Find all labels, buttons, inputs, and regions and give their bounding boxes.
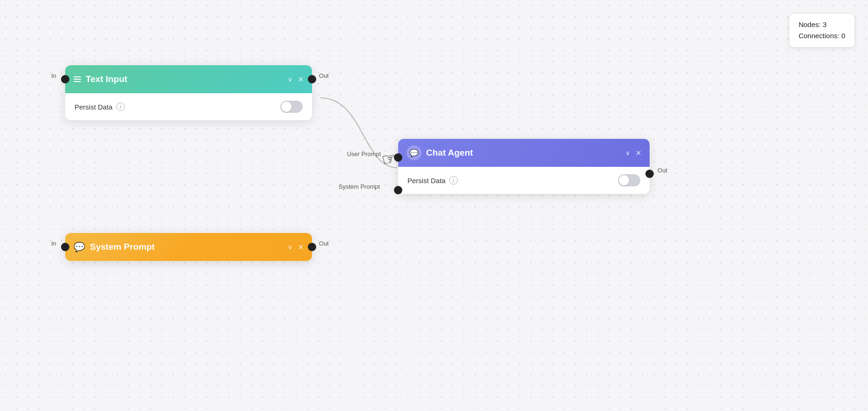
chat-agent-body: Persist Data i: [398, 167, 650, 194]
chat-agent-header: 💬 Chat Agent ∨ ×: [398, 139, 650, 167]
chat-agent-header-actions: ∨ ×: [625, 148, 641, 158]
system-prompt-header-actions: ∨ ×: [288, 242, 304, 252]
system-prompt-header: 💬 System Prompt ∨ ×: [65, 233, 312, 261]
text-input-out-label: Out: [319, 72, 329, 79]
system-prompt-in-connector[interactable]: [61, 243, 69, 251]
text-input-persist-toggle[interactable]: [280, 101, 303, 113]
nodes-stat: Nodes: 3: [799, 19, 845, 30]
chat-agent-system-prompt-connector[interactable]: [394, 186, 402, 194]
system-prompt-chat-icon: 💬: [74, 241, 85, 253]
chat-agent-persist-label: Persist Data i: [407, 176, 458, 185]
chat-agent-out-connector[interactable]: [645, 170, 654, 178]
chat-agent-info-icon[interactable]: i: [449, 176, 458, 185]
chat-agent-title: Chat Agent: [426, 148, 621, 158]
text-input-info-icon[interactable]: i: [116, 103, 125, 111]
system-prompt-out-connector[interactable]: [308, 243, 316, 251]
text-input-out-connector[interactable]: [308, 75, 316, 83]
text-input-in-connector[interactable]: [61, 75, 69, 83]
chat-agent-bubble-icon: 💬: [407, 145, 421, 160]
chat-agent-node: User Prompt System Prompt Out 💬 Chat Age…: [398, 139, 650, 194]
connections-stat: Connections: 0: [799, 30, 845, 41]
system-prompt-node: In Out 💬 System Prompt ∨ ×: [65, 233, 312, 261]
chat-agent-persist-toggle[interactable]: [618, 174, 640, 186]
text-input-menu-icon[interactable]: [74, 76, 81, 82]
chat-agent-user-prompt-connector[interactable]: [394, 153, 402, 162]
chat-agent-toggle-knob: [619, 175, 629, 185]
text-input-persist-label: Persist Data i: [75, 103, 125, 111]
text-input-header: Text Input ∨ ×: [65, 65, 312, 93]
system-prompt-out-label: Out: [319, 240, 329, 247]
text-input-node: In Out Text Input ∨ × Persist Data i: [65, 65, 312, 120]
chat-agent-chevron-button[interactable]: ∨: [625, 150, 630, 156]
system-prompt-chevron-button[interactable]: ∨: [288, 244, 292, 250]
system-prompt-in-label: In: [51, 240, 56, 247]
system-prompt-title: System Prompt: [90, 242, 283, 252]
stats-badge: Nodes: 3 Connections: 0: [789, 13, 855, 48]
chat-agent-user-prompt-label: User Prompt: [347, 151, 381, 158]
text-input-title: Text Input: [86, 74, 283, 84]
connections-layer: [0, 0, 868, 411]
chat-agent-close-button[interactable]: ×: [636, 148, 641, 158]
chat-agent-system-prompt-label: System Prompt: [339, 183, 380, 190]
chat-agent-out-label: Out: [658, 167, 667, 174]
text-input-body: Persist Data i: [65, 93, 312, 120]
text-input-toggle-knob: [281, 102, 292, 112]
workflow-canvas[interactable]: Nodes: 3 Connections: 0 In Out Text Inpu…: [0, 0, 868, 411]
text-input-header-actions: ∨ ×: [288, 75, 304, 84]
text-input-chevron-button[interactable]: ∨: [288, 76, 292, 82]
text-input-in-label: In: [51, 72, 56, 79]
text-input-close-button[interactable]: ×: [298, 75, 304, 84]
system-prompt-close-button[interactable]: ×: [298, 242, 304, 252]
